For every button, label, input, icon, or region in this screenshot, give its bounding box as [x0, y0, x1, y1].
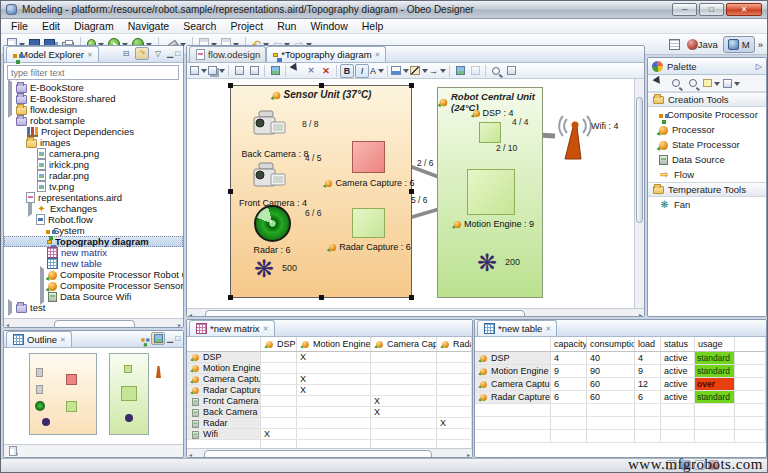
- close-icon[interactable]: ✕: [87, 51, 93, 59]
- edge-label[interactable]: 2 / 10: [496, 143, 517, 153]
- perspective-java-button[interactable]: Java: [685, 36, 720, 53]
- radar-capture-node[interactable]: [352, 208, 385, 238]
- collapse-all-button[interactable]: ⊟: [119, 47, 133, 60]
- table-column-header[interactable]: capacity: [551, 337, 587, 351]
- deselect-button[interactable]: [289, 64, 303, 78]
- note-attachment-button[interactable]: [723, 76, 740, 90]
- outline-tab[interactable]: Outline ✕: [6, 331, 72, 347]
- fill-color-button[interactable]: [391, 64, 409, 78]
- table-row[interactable]: DSP 4404active standard: [475, 352, 766, 365]
- export-image-button[interactable]: [268, 64, 282, 78]
- matrix-column-header[interactable]: Camera Capture: [371, 337, 437, 351]
- edge-label[interactable]: 8 / 8: [302, 119, 319, 129]
- menu-window[interactable]: Window: [303, 19, 354, 34]
- minimize-view-button[interactable]: ▁: [167, 49, 173, 58]
- tree-item[interactable]: representations.aird: [4, 192, 183, 203]
- outline-thumbnail[interactable]: [4, 348, 183, 446]
- tree-item[interactable]: irkick.png: [4, 159, 183, 170]
- perspective-modeling-button[interactable]: M: [723, 36, 755, 53]
- tree-item[interactable]: new table: [4, 258, 183, 269]
- matrix-row[interactable]: Radar Capture X: [187, 385, 472, 396]
- matrix-column-header[interactable]: DSP: [261, 337, 297, 351]
- matrix-horizontal-scrollbar[interactable]: ◂▸: [187, 448, 472, 457]
- tree-item[interactable]: Composite Processor Robot Central Unit: [4, 269, 183, 280]
- palette-group-temperature-tools[interactable]: Temperature Tools: [648, 182, 766, 197]
- selection-handle[interactable]: [409, 295, 414, 300]
- matrix-row[interactable]: Camera Capture X: [187, 374, 472, 385]
- robot-fan-icon[interactable]: ❋: [477, 251, 497, 275]
- tab-flow-odesign[interactable]: flow.odesign: [189, 46, 266, 62]
- select-hidden-button[interactable]: [232, 64, 246, 78]
- tree-item[interactable]: Data Source Wifi: [4, 291, 183, 302]
- model-explorer-tab[interactable]: Model Explorer ✕: [6, 46, 99, 62]
- selection-handle[interactable]: [319, 83, 324, 88]
- selection-handle[interactable]: [409, 189, 414, 194]
- edge-label[interactable]: 4 / 4: [512, 117, 529, 127]
- palette-item-composite-processor[interactable]: Composite Processor: [648, 107, 766, 122]
- matrix-row[interactable]: Wifi X: [187, 429, 472, 440]
- radar-capture-label[interactable]: Radar Capture : 6: [315, 242, 423, 252]
- menu-run[interactable]: Run: [270, 19, 303, 34]
- front-camera-node[interactable]: [251, 161, 289, 195]
- palette-collapse-chevron[interactable]: ▷: [756, 62, 762, 71]
- menu-diagram[interactable]: Diagram: [67, 19, 121, 34]
- matrix-row[interactable]: Back Camera X: [187, 407, 472, 418]
- tree-item[interactable]: E-BookStore.shared: [4, 93, 183, 104]
- link-with-editor-button[interactable]: ↷: [135, 47, 149, 60]
- matrix-tab[interactable]: *new matrix ✕: [189, 320, 275, 336]
- font-color-button[interactable]: A: [370, 64, 384, 78]
- matrix-row[interactable]: Radar X: [187, 418, 472, 429]
- palette-item-fan[interactable]: ❋Fan: [648, 197, 766, 212]
- perspective-open-button[interactable]: [667, 36, 682, 53]
- tree-item[interactable]: tv.png: [4, 181, 183, 192]
- menu-project[interactable]: Project: [223, 19, 270, 34]
- menu-help[interactable]: Help: [355, 19, 391, 34]
- perspective-more-chevron[interactable]: »: [758, 39, 763, 50]
- canvas-vertical-scrollbar[interactable]: [634, 79, 644, 308]
- close-button[interactable]: ✕: [726, 3, 762, 16]
- arrange-button[interactable]: [190, 64, 207, 78]
- tree-item-selected[interactable]: Topography diagram: [4, 236, 183, 247]
- table-column-header[interactable]: consumption: [587, 337, 635, 351]
- selection-handle[interactable]: [228, 189, 233, 194]
- tree-item[interactable]: Robot.flow: [4, 214, 183, 225]
- tree-item[interactable]: new matrix: [4, 247, 183, 258]
- edge-label[interactable]: 5 / 6: [411, 195, 428, 205]
- italic-button[interactable]: I: [355, 64, 369, 78]
- palette-item-data-source[interactable]: Data Source: [648, 152, 766, 167]
- radar-label[interactable]: Radar : 6: [239, 245, 305, 255]
- table-column-header[interactable]: usage: [695, 337, 735, 351]
- tree-item[interactable]: radar.png: [4, 170, 183, 181]
- radar-node[interactable]: [254, 205, 291, 242]
- menu-file[interactable]: File: [4, 19, 35, 34]
- table-row[interactable]: Motion Engine 9909active standard: [475, 365, 766, 378]
- zoom-fit-button[interactable]: [504, 64, 518, 78]
- tree-item[interactable]: images: [4, 137, 183, 148]
- menu-edit[interactable]: Edit: [35, 19, 67, 34]
- tree-item[interactable]: camera.png: [4, 148, 183, 159]
- table-tab[interactable]: *new table ✕: [477, 320, 557, 336]
- tree-item[interactable]: ✦Exchanges: [4, 203, 183, 214]
- outline-tree-mode-button[interactable]: [135, 332, 149, 345]
- selection-handle[interactable]: [228, 295, 233, 300]
- tree-item[interactable]: E-BookStore: [4, 82, 183, 93]
- edge-label[interactable]: 2 / 6: [417, 158, 434, 168]
- tree-item[interactable]: Composite Processor Sensor Unit: [4, 280, 183, 291]
- minimize-button[interactable]: ─: [672, 3, 697, 16]
- wifi-node[interactable]: [553, 115, 593, 161]
- back-camera-node[interactable]: [251, 109, 289, 143]
- line-style-button[interactable]: →: [429, 64, 446, 78]
- palette-item-flow[interactable]: ⇨Flow: [648, 167, 766, 182]
- menu-search[interactable]: Search: [176, 19, 223, 34]
- selection-handle[interactable]: [228, 83, 233, 88]
- delete-from-diagram-button[interactable]: ✕: [304, 64, 318, 78]
- select-tool-button[interactable]: [652, 76, 666, 90]
- tree-item[interactable]: test: [4, 302, 183, 313]
- explorer-horizontal-scrollbar[interactable]: ◂▸: [4, 318, 183, 327]
- table-row[interactable]: Radar Capture 6606active standard: [475, 391, 766, 404]
- wifi-label[interactable]: Wifi : 4: [591, 121, 619, 131]
- zoom-in-tool-button[interactable]: [669, 76, 683, 90]
- table-row[interactable]: Camera Capture 66012active over: [475, 378, 766, 391]
- matrix-row[interactable]: DSP X: [187, 352, 472, 363]
- sensor-fan-icon[interactable]: ❋: [254, 257, 274, 281]
